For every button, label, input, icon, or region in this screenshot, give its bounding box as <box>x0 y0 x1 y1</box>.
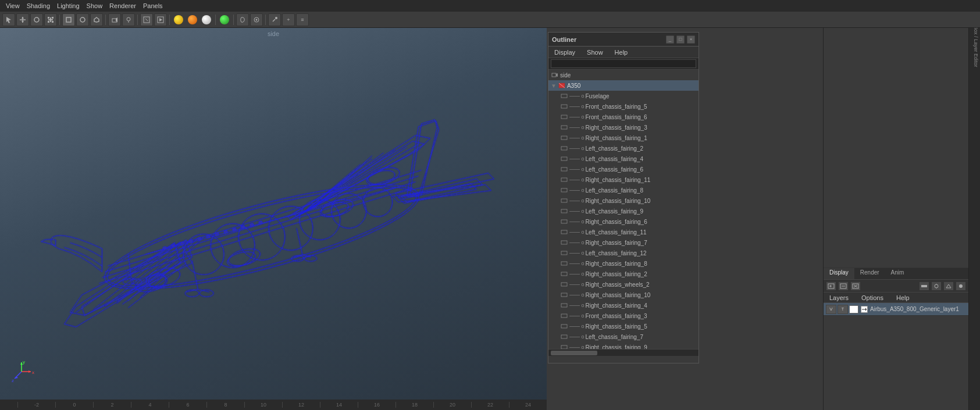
outliner-item[interactable]: —— oRight_chassis_fairing_10 <box>548 195 699 206</box>
layer-toolbar <box>824 280 980 293</box>
layer-tab-display[interactable]: Display <box>824 268 854 279</box>
outliner-minimize-btn[interactable]: _ <box>666 35 674 44</box>
viewport[interactable]: side <box>0 28 547 400</box>
svg-line-39 <box>76 243 175 312</box>
extra-btn2[interactable]: ≡ <box>296 13 309 26</box>
outliner-item[interactable]: —— oRight_chassis_wheels_2 <box>548 279 699 290</box>
outliner-search-input[interactable] <box>551 59 696 68</box>
paint-btn[interactable] <box>268 13 281 26</box>
outliner-item[interactable]: —— oLeft_chassis_fairing_7 <box>548 331 699 342</box>
outliner-item[interactable]: —— oLeft_chassis_fairing_4 <box>548 154 699 164</box>
layer-extra-btn3[interactable] <box>943 281 954 291</box>
delete-layer-btn[interactable] <box>850 281 861 291</box>
item-label: Right_chassis_fairing_6 <box>586 219 647 225</box>
svg-point-27 <box>97 164 427 310</box>
svg-marker-22 <box>159 18 162 22</box>
white-sphere-btn[interactable] <box>200 13 213 26</box>
outliner-menu-show[interactable]: Show <box>583 48 607 57</box>
layer-tab-anim[interactable]: Anim <box>885 268 910 279</box>
outliner-item[interactable]: —— oRight_chassis_fairing_3 <box>548 122 699 133</box>
outliner-item[interactable]: —— oRight_chassis_fairing_10 <box>548 290 699 300</box>
item-label: Left_chassis_fairing_2 <box>586 145 644 152</box>
outliner-item[interactable]: —— oLeft_chassis_fairing_2 <box>548 143 699 154</box>
snap-btn[interactable] <box>250 13 263 26</box>
move-tool-btn[interactable] <box>16 13 29 26</box>
outliner-item[interactable]: —— oRight_chassis_fairing_8 <box>548 258 699 269</box>
sep1 <box>59 15 60 25</box>
menu-renderer[interactable]: Renderer <box>106 1 140 10</box>
layers-sub-menu[interactable]: Layers <box>826 293 852 302</box>
layer-tab-render[interactable]: Render <box>854 268 885 279</box>
light-btn[interactable] <box>122 13 135 26</box>
options-sub-menu[interactable]: Options <box>858 293 887 302</box>
outliner-item[interactable]: —— oLeft_chassis_fairing_8 <box>548 185 699 195</box>
outliner-item[interactable]: —— oRight_chassis_fairing_2 <box>548 269 699 279</box>
layer-color-swatch[interactable] <box>849 305 858 313</box>
item-label: Right_chassis_fairing_5 <box>586 323 647 330</box>
help-sub-menu[interactable]: Help <box>893 293 913 302</box>
outliner-item[interactable]: —— oLeft_chassis_fairing_9 <box>548 206 699 216</box>
collapse-icon[interactable]: ▼ <box>551 83 557 89</box>
svg-rect-83 <box>259 221 262 224</box>
outliner-menu-display[interactable]: Display <box>551 48 579 57</box>
outliner-item[interactable]: —— oRight_chassis_fairing_7 <box>548 237 699 248</box>
outliner-item[interactable]: —— oLeft_chassis_fairing_12 <box>548 248 699 258</box>
outliner-item[interactable]: —— oFront_chassis_fairing_3 <box>548 311 699 321</box>
outliner-menu-help[interactable]: Help <box>611 48 632 57</box>
extra-btn1[interactable]: + <box>282 13 295 26</box>
outliner-item[interactable]: —— oFuselage <box>548 91 699 101</box>
ruler-tick: -2 <box>17 402 55 408</box>
layer-extra-btn4[interactable] <box>956 281 966 291</box>
menu-panels[interactable]: Panels <box>140 1 166 10</box>
nurbs-btn[interactable] <box>76 13 89 26</box>
outliner-item[interactable]: —— oRight_chassis_fairing_6 <box>548 216 699 227</box>
orange-sphere-btn[interactable] <box>186 13 199 26</box>
layer-item[interactable]: V T Airbus_A350_800_Generic_layer1 <box>824 303 980 316</box>
ruler-bottom: -2 0 2 4 6 8 10 12 14 16 18 20 22 24 <box>0 400 547 410</box>
ipr-btn[interactable] <box>154 13 167 26</box>
rotate-tool-btn[interactable] <box>30 13 43 26</box>
outliner-scrollbar-horizontal[interactable] <box>548 349 699 356</box>
render-btn[interactable] <box>140 13 153 26</box>
layer-type-btn[interactable]: T <box>838 305 848 314</box>
scale-tool-btn[interactable] <box>44 13 57 26</box>
outliner-close-btn[interactable]: × <box>687 35 695 44</box>
outliner-search-bar <box>548 58 699 70</box>
layer-extra-btn2[interactable] <box>931 281 942 291</box>
subd-btn[interactable] <box>90 13 103 26</box>
outliner-item[interactable]: —— oRight_chassis_fairing_5 <box>548 321 699 331</box>
outliner-item[interactable]: —— oRight_chassis_fairing_9 <box>548 342 699 349</box>
menu-lighting[interactable]: Lighting <box>54 1 83 10</box>
outliner-item[interactable]: —— oLeft_chassis_fairing_11 <box>548 227 699 237</box>
layer-visibility-btn[interactable]: V <box>826 305 836 314</box>
menu-show[interactable]: Show <box>83 1 106 10</box>
outliner-maximize-btn[interactable]: □ <box>676 35 685 44</box>
svg-rect-141 <box>561 335 567 338</box>
svg-rect-9 <box>52 17 54 19</box>
outliner-item[interactable]: side <box>548 70 699 80</box>
lasso-btn[interactable] <box>236 13 249 26</box>
svg-rect-138 <box>561 304 567 307</box>
green-sphere-btn[interactable] <box>218 13 231 26</box>
outliner-item[interactable]: —— oFront_chassis_fairing_5 <box>548 101 699 112</box>
svg-point-13 <box>80 17 85 22</box>
poly-btn[interactable] <box>62 13 75 26</box>
outliner-list[interactable]: side▼ A350 —— oFuselage —— oFront_chassi… <box>548 70 699 349</box>
svg-line-26 <box>273 19 275 22</box>
select-tool-btn[interactable] <box>2 13 15 26</box>
svg-text:z: z <box>12 378 14 383</box>
outliner-item[interactable]: —— oRight_chassis_fairing_1 <box>548 133 699 143</box>
outliner-item[interactable]: ▼ A350 <box>548 80 699 91</box>
new-layer-assign-btn[interactable] <box>838 281 849 291</box>
camera-btn[interactable] <box>108 13 121 26</box>
outliner-item[interactable]: —— oLeft_chassis_fairing_6 <box>548 164 699 174</box>
menu-view[interactable]: View <box>2 1 23 10</box>
item-label: Right_chassis_fairing_10 <box>586 292 651 298</box>
yellow-sphere-btn[interactable] <box>172 13 185 26</box>
new-layer-btn[interactable] <box>826 281 836 291</box>
outliner-item[interactable]: —— oRight_chassis_fairing_11 <box>548 174 699 185</box>
layer-extra-btn1[interactable] <box>919 281 929 291</box>
menu-shading[interactable]: Shading <box>23 1 54 10</box>
outliner-item[interactable]: —— oFront_chassis_fairing_6 <box>548 112 699 122</box>
outliner-item[interactable]: —— oRight_chassis_fairing_4 <box>548 300 699 311</box>
